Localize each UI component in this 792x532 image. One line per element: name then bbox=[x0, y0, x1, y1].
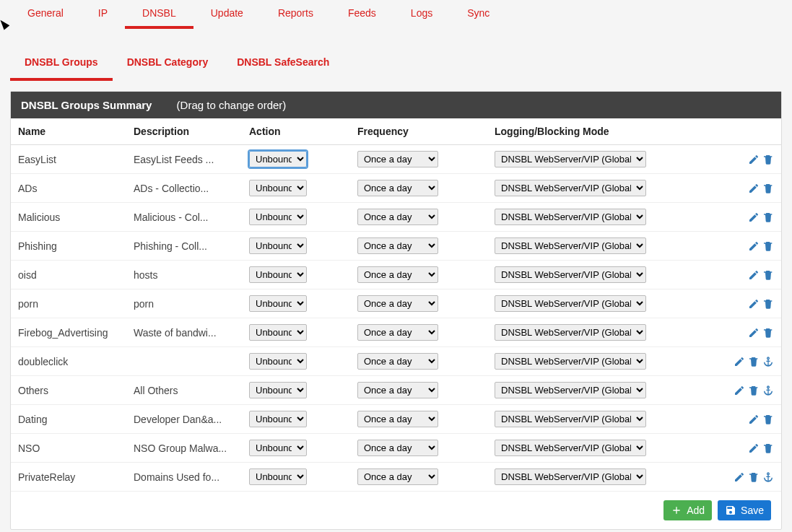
anchor-icon[interactable] bbox=[762, 471, 774, 483]
add-button[interactable]: Add bbox=[663, 500, 712, 520]
tab-dnsbl[interactable]: DNSBL bbox=[125, 0, 193, 29]
frequency-select[interactable]: Once a day bbox=[357, 440, 438, 456]
cell-name: PrivateRelay bbox=[11, 463, 126, 492]
mode-select[interactable]: DNSBL WebServer/VIP (Global) bbox=[495, 237, 646, 254]
edit-icon[interactable] bbox=[734, 385, 745, 396]
table-row[interactable]: PrivateRelayDomains Used fo...UnboundOnc… bbox=[11, 463, 781, 492]
frequency-select[interactable]: Once a day bbox=[357, 237, 438, 254]
edit-icon[interactable] bbox=[748, 298, 760, 310]
edit-icon[interactable] bbox=[748, 269, 760, 281]
edit-icon[interactable] bbox=[748, 212, 760, 223]
action-select[interactable]: Unbound bbox=[249, 237, 307, 254]
edit-icon[interactable] bbox=[748, 154, 760, 165]
delete-icon[interactable] bbox=[748, 471, 760, 483]
frequency-select[interactable]: Once a day bbox=[357, 180, 438, 196]
tab-ip[interactable]: IP bbox=[81, 0, 125, 29]
frequency-select[interactable]: Once a day bbox=[357, 295, 438, 312]
action-select[interactable]: Unbound bbox=[249, 324, 307, 341]
table-row[interactable]: oisdhostsUnboundOnce a dayDNSBL WebServe… bbox=[11, 261, 781, 289]
cell-description: EasyList Feeds ... bbox=[126, 145, 242, 174]
cell-name: oisd bbox=[11, 261, 126, 289]
action-select[interactable]: Unbound bbox=[249, 440, 307, 456]
tab-general[interactable]: General bbox=[10, 0, 81, 29]
mode-select[interactable]: DNSBL WebServer/VIP (Global) bbox=[495, 151, 646, 167]
action-select[interactable]: Unbound bbox=[249, 180, 307, 196]
cell-description: ADs - Collectio... bbox=[126, 174, 242, 203]
edit-icon[interactable] bbox=[734, 356, 745, 367]
table-row[interactable]: OthersAll OthersUnboundOnce a dayDNSBL W… bbox=[11, 376, 781, 405]
table-row[interactable]: DatingDeveloper Dan&a...UnboundOnce a da… bbox=[11, 405, 781, 434]
table-row[interactable]: pornpornUnboundOnce a dayDNSBL WebServer… bbox=[11, 289, 781, 318]
table-row[interactable]: EasyListEasyList Feeds ...UnboundOnce a … bbox=[11, 145, 781, 174]
action-select[interactable]: Unbound bbox=[249, 468, 307, 485]
anchor-icon[interactable] bbox=[762, 356, 774, 367]
subtab-dnsbl-safesearch[interactable]: DNSBL SafeSearch bbox=[222, 49, 344, 81]
action-select[interactable]: Unbound bbox=[249, 382, 307, 398]
delete-icon[interactable] bbox=[762, 183, 774, 194]
edit-icon[interactable] bbox=[748, 240, 760, 252]
mode-select[interactable]: DNSBL WebServer/VIP (Global) bbox=[495, 324, 646, 341]
table-row[interactable]: ADsADs - Collectio...UnboundOnce a dayDN… bbox=[11, 174, 781, 203]
frequency-select[interactable]: Once a day bbox=[357, 468, 438, 485]
frequency-select[interactable]: Once a day bbox=[357, 209, 438, 225]
delete-icon[interactable] bbox=[762, 442, 774, 454]
mode-select[interactable]: DNSBL WebServer/VIP (Global) bbox=[495, 209, 646, 225]
table-row[interactable]: PhishingPhishing - Coll...UnboundOnce a … bbox=[11, 232, 781, 261]
frequency-select[interactable]: Once a day bbox=[357, 324, 438, 341]
tab-sync[interactable]: Sync bbox=[450, 0, 507, 29]
action-select[interactable]: Unbound bbox=[249, 411, 307, 427]
edit-icon[interactable] bbox=[734, 471, 745, 483]
mode-select[interactable]: DNSBL WebServer/VIP (Global) bbox=[495, 440, 646, 456]
action-select[interactable]: Unbound bbox=[249, 353, 307, 370]
tab-logs[interactable]: Logs bbox=[393, 0, 450, 29]
edit-icon[interactable] bbox=[748, 183, 760, 194]
table-row[interactable]: Firebog_AdvertisingWaste of bandwi...Unb… bbox=[11, 318, 781, 347]
secondary-tabs: DNSBL GroupsDNSBL CategoryDNSBL SafeSear… bbox=[10, 49, 782, 81]
anchor-icon[interactable] bbox=[762, 385, 774, 396]
edit-icon[interactable] bbox=[748, 442, 760, 454]
mode-select[interactable]: DNSBL WebServer/VIP (Global) bbox=[495, 468, 646, 485]
delete-icon[interactable] bbox=[762, 327, 774, 339]
delete-icon[interactable] bbox=[762, 414, 774, 425]
cell-name: EasyList bbox=[11, 145, 126, 174]
frequency-select[interactable]: Once a day bbox=[357, 151, 438, 167]
frequency-select[interactable]: Once a day bbox=[357, 353, 438, 370]
delete-icon[interactable] bbox=[762, 240, 774, 252]
action-select[interactable]: Unbound bbox=[249, 295, 307, 312]
table-row[interactable]: doubleclickUnboundOnce a dayDNSBL WebSer… bbox=[11, 347, 781, 376]
cell-description: Waste of bandwi... bbox=[126, 318, 242, 347]
table-row[interactable]: MaliciousMalicious - Col...UnboundOnce a… bbox=[11, 203, 781, 232]
frequency-select[interactable]: Once a day bbox=[357, 411, 438, 427]
mode-select[interactable]: DNSBL WebServer/VIP (Global) bbox=[495, 353, 646, 370]
tab-update[interactable]: Update bbox=[193, 0, 261, 29]
frequency-select[interactable]: Once a day bbox=[357, 266, 438, 283]
mode-select[interactable]: DNSBL WebServer/VIP (Global) bbox=[495, 411, 646, 427]
tab-feeds[interactable]: Feeds bbox=[331, 0, 393, 29]
mode-select[interactable]: DNSBL WebServer/VIP (Global) bbox=[495, 180, 646, 196]
delete-icon[interactable] bbox=[762, 212, 774, 223]
mode-select[interactable]: DNSBL WebServer/VIP (Global) bbox=[495, 382, 646, 398]
row-actions bbox=[716, 212, 774, 223]
row-actions bbox=[716, 298, 774, 310]
cell-description: Phishing - Coll... bbox=[126, 232, 242, 261]
delete-icon[interactable] bbox=[748, 385, 760, 396]
save-button[interactable]: Save bbox=[718, 500, 771, 520]
frequency-select[interactable]: Once a day bbox=[357, 382, 438, 398]
tab-reports[interactable]: Reports bbox=[261, 0, 331, 29]
action-select[interactable]: Unbound bbox=[249, 266, 307, 283]
edit-icon[interactable] bbox=[748, 414, 760, 425]
table-row[interactable]: NSONSO Group Malwa...UnboundOnce a dayDN… bbox=[11, 434, 781, 463]
mode-select[interactable]: DNSBL WebServer/VIP (Global) bbox=[495, 295, 646, 312]
subtab-dnsbl-groups[interactable]: DNSBL Groups bbox=[10, 49, 113, 81]
row-actions bbox=[716, 240, 774, 252]
subtab-dnsbl-category[interactable]: DNSBL Category bbox=[113, 49, 223, 81]
delete-icon[interactable] bbox=[762, 154, 774, 165]
mode-select[interactable]: DNSBL WebServer/VIP (Global) bbox=[495, 266, 646, 283]
action-select[interactable]: Unbound bbox=[249, 151, 307, 167]
cell-name: Dating bbox=[11, 405, 126, 434]
action-select[interactable]: Unbound bbox=[249, 209, 307, 225]
delete-icon[interactable] bbox=[748, 356, 760, 367]
edit-icon[interactable] bbox=[748, 327, 760, 339]
delete-icon[interactable] bbox=[762, 269, 774, 281]
delete-icon[interactable] bbox=[762, 298, 774, 310]
